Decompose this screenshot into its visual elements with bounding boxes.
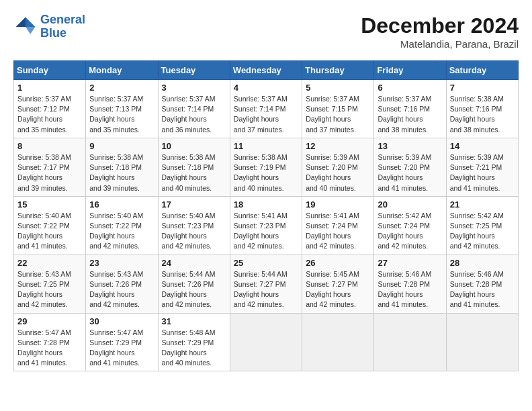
calendar-cell: 17 Sunrise: 5:40 AM Sunset: 7:23 PM Dayl… [158,196,230,255]
calendar-cell [374,313,446,371]
calendar-cell: 18 Sunrise: 5:41 AM Sunset: 7:23 PM Dayl… [230,196,302,255]
day-info: Sunrise: 5:37 AM Sunset: 7:14 PM Dayligh… [162,94,226,135]
weekday-header-row: Sunday Monday Tuesday Wednesday Thursday… [14,61,519,80]
day-info: Sunrise: 5:46 AM Sunset: 7:28 PM Dayligh… [378,269,442,310]
day-info: Sunrise: 5:41 AM Sunset: 7:23 PM Dayligh… [234,211,298,252]
calendar-cell: 28 Sunrise: 5:46 AM Sunset: 7:28 PM Dayl… [446,255,518,313]
day-info: Sunrise: 5:45 AM Sunset: 7:27 PM Dayligh… [306,269,370,310]
header-friday: Friday [374,61,446,80]
calendar-cell: 11 Sunrise: 5:38 AM Sunset: 7:19 PM Dayl… [230,138,302,196]
calendar-cell: 13 Sunrise: 5:39 AM Sunset: 7:20 PM Dayl… [374,138,446,196]
day-number: 7 [450,83,515,93]
day-info: Sunrise: 5:38 AM Sunset: 7:16 PM Dayligh… [450,94,515,135]
day-number: 14 [450,141,515,151]
day-number: 21 [450,199,515,210]
day-info: Sunrise: 5:37 AM Sunset: 7:16 PM Dayligh… [378,94,442,135]
header-monday: Monday [86,61,158,80]
day-number: 25 [234,258,298,268]
day-number: 4 [234,83,298,93]
calendar-cell: 9 Sunrise: 5:38 AM Sunset: 7:18 PM Dayli… [86,138,158,196]
day-number: 23 [89,258,154,268]
day-number: 28 [450,258,515,268]
logo: General Blue [13,13,85,40]
calendar-cell: 16 Sunrise: 5:40 AM Sunset: 7:22 PM Dayl… [86,196,158,255]
day-info: Sunrise: 5:47 AM Sunset: 7:28 PM Dayligh… [17,328,82,369]
calendar-week-row: 22 Sunrise: 5:43 AM Sunset: 7:25 PM Dayl… [14,255,519,313]
day-number: 10 [162,141,226,151]
calendar-cell: 29 Sunrise: 5:47 AM Sunset: 7:28 PM Dayl… [14,313,86,371]
logo-icon [13,15,38,39]
calendar-table: Sunday Monday Tuesday Wednesday Thursday… [13,60,519,371]
day-info: Sunrise: 5:39 AM Sunset: 7:21 PM Dayligh… [450,152,515,193]
day-info: Sunrise: 5:39 AM Sunset: 7:20 PM Dayligh… [378,152,442,193]
calendar-cell: 4 Sunrise: 5:37 AM Sunset: 7:14 PM Dayli… [230,80,302,138]
calendar-cell: 30 Sunrise: 5:47 AM Sunset: 7:29 PM Dayl… [86,313,158,371]
day-number: 24 [162,258,226,268]
calendar-cell: 5 Sunrise: 5:37 AM Sunset: 7:15 PM Dayli… [302,80,374,138]
svg-marker-2 [16,17,26,26]
calendar-cell: 8 Sunrise: 5:38 AM Sunset: 7:17 PM Dayli… [14,138,86,196]
day-info: Sunrise: 5:38 AM Sunset: 7:19 PM Dayligh… [234,152,298,193]
calendar-body: 1 Sunrise: 5:37 AM Sunset: 7:12 PM Dayli… [14,80,519,371]
calendar-cell: 31 Sunrise: 5:48 AM Sunset: 7:29 PM Dayl… [158,313,230,371]
calendar-cell [230,313,302,371]
day-number: 27 [378,258,442,268]
calendar-cell: 22 Sunrise: 5:43 AM Sunset: 7:25 PM Dayl… [14,255,86,313]
day-info: Sunrise: 5:39 AM Sunset: 7:20 PM Dayligh… [306,152,370,193]
calendar-cell: 14 Sunrise: 5:39 AM Sunset: 7:21 PM Dayl… [446,138,518,196]
day-number: 9 [89,141,154,151]
calendar-cell: 10 Sunrise: 5:38 AM Sunset: 7:18 PM Dayl… [158,138,230,196]
header-saturday: Saturday [446,61,518,80]
day-info: Sunrise: 5:48 AM Sunset: 7:29 PM Dayligh… [162,328,226,369]
day-number: 13 [378,141,442,151]
day-info: Sunrise: 5:40 AM Sunset: 7:22 PM Dayligh… [17,211,82,252]
day-info: Sunrise: 5:42 AM Sunset: 7:24 PM Dayligh… [378,211,442,252]
calendar-cell: 19 Sunrise: 5:41 AM Sunset: 7:24 PM Dayl… [302,196,374,255]
day-info: Sunrise: 5:37 AM Sunset: 7:14 PM Dayligh… [234,94,298,135]
day-number: 22 [17,258,82,268]
day-number: 18 [234,199,298,210]
day-info: Sunrise: 5:41 AM Sunset: 7:24 PM Dayligh… [306,211,370,252]
calendar-cell: 23 Sunrise: 5:43 AM Sunset: 7:26 PM Dayl… [86,255,158,313]
calendar-cell: 6 Sunrise: 5:37 AM Sunset: 7:16 PM Dayli… [374,80,446,138]
header-sunday: Sunday [14,61,86,80]
calendar-week-row: 29 Sunrise: 5:47 AM Sunset: 7:28 PM Dayl… [14,313,519,371]
calendar-cell: 21 Sunrise: 5:42 AM Sunset: 7:25 PM Dayl… [446,196,518,255]
month-title: December 2024 [361,13,519,38]
day-number: 15 [17,199,82,210]
day-info: Sunrise: 5:42 AM Sunset: 7:25 PM Dayligh… [450,211,515,252]
calendar-cell: 7 Sunrise: 5:38 AM Sunset: 7:16 PM Dayli… [446,80,518,138]
logo-line2: Blue [40,26,66,40]
calendar-cell: 3 Sunrise: 5:37 AM Sunset: 7:14 PM Dayli… [158,80,230,138]
day-number: 30 [89,316,154,326]
day-number: 5 [306,83,370,93]
calendar-cell: 2 Sunrise: 5:37 AM Sunset: 7:13 PM Dayli… [86,80,158,138]
day-number: 12 [306,141,370,151]
calendar-cell: 25 Sunrise: 5:44 AM Sunset: 7:27 PM Dayl… [230,255,302,313]
day-number: 2 [89,83,154,93]
page-header: General Blue December 2024 Matelandia, P… [13,13,519,50]
day-info: Sunrise: 5:43 AM Sunset: 7:25 PM Dayligh… [17,269,82,310]
calendar-cell [446,313,518,371]
day-number: 6 [378,83,442,93]
day-number: 1 [17,83,82,93]
logo-text: General Blue [40,13,85,40]
day-info: Sunrise: 5:38 AM Sunset: 7:18 PM Dayligh… [89,152,154,193]
location-subtitle: Matelandia, Parana, Brazil [361,38,519,50]
calendar-cell: 20 Sunrise: 5:42 AM Sunset: 7:24 PM Dayl… [374,196,446,255]
day-number: 11 [234,141,298,151]
day-info: Sunrise: 5:37 AM Sunset: 7:12 PM Dayligh… [17,94,82,135]
day-number: 20 [378,199,442,210]
calendar-cell: 24 Sunrise: 5:44 AM Sunset: 7:26 PM Dayl… [158,255,230,313]
calendar-header: Sunday Monday Tuesday Wednesday Thursday… [14,61,519,80]
calendar-week-row: 1 Sunrise: 5:37 AM Sunset: 7:12 PM Dayli… [14,80,519,138]
day-info: Sunrise: 5:37 AM Sunset: 7:13 PM Dayligh… [89,94,154,135]
day-info: Sunrise: 5:44 AM Sunset: 7:26 PM Dayligh… [162,269,226,310]
calendar-cell: 27 Sunrise: 5:46 AM Sunset: 7:28 PM Dayl… [374,255,446,313]
day-info: Sunrise: 5:46 AM Sunset: 7:28 PM Dayligh… [450,269,515,310]
day-number: 19 [306,199,370,210]
calendar-cell [302,313,374,371]
day-info: Sunrise: 5:38 AM Sunset: 7:18 PM Dayligh… [162,152,226,193]
day-number: 8 [17,141,82,151]
title-block: December 2024 Matelandia, Parana, Brazil [361,13,519,50]
